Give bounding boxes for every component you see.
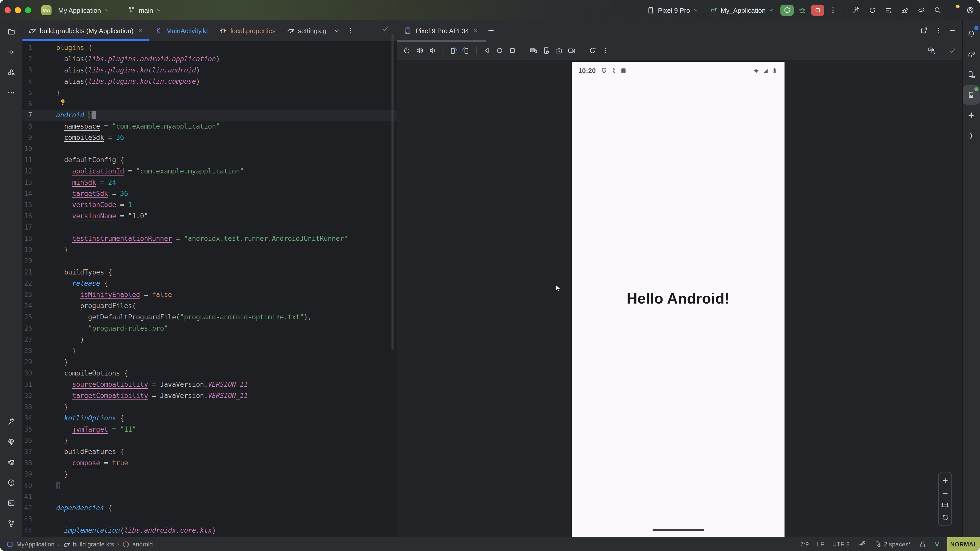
- line-number[interactable]: 36: [22, 435, 54, 446]
- code-line-12[interactable]: 12 applicationId = "com.example.myapplic…: [22, 166, 396, 177]
- chevron-down-icon[interactable]: [332, 26, 342, 35]
- line-number[interactable]: 32: [22, 390, 54, 402]
- tool-logcat[interactable]: [2, 453, 20, 472]
- close-window-button[interactable]: [5, 7, 11, 13]
- zoom-actual-button[interactable]: 1:1: [941, 502, 949, 508]
- code-line-4[interactable]: 4 alias(libs.plugins.kotlin.compose): [22, 76, 396, 87]
- rotate-right-icon[interactable]: [461, 46, 471, 55]
- caret-position-widget[interactable]: 7:9: [800, 540, 809, 548]
- tool-gradle[interactable]: [963, 44, 980, 64]
- hide-icon[interactable]: [948, 26, 957, 35]
- profile-icon[interactable]: [966, 6, 975, 15]
- bulb-icon[interactable]: [59, 98, 66, 106]
- line-number[interactable]: 15: [22, 200, 54, 211]
- line-number[interactable]: 34: [22, 413, 54, 424]
- code-line-36[interactable]: 36 }: [22, 435, 396, 446]
- run-more-button[interactable]: [826, 3, 840, 17]
- debug-button[interactable]: [796, 3, 809, 17]
- vim-mode-badge[interactable]: NORMAL: [947, 537, 980, 551]
- zoom-mode-icon[interactable]: [927, 46, 936, 55]
- code-line-15[interactable]: 15 versionCode = 1: [22, 200, 396, 211]
- tool-notifications[interactable]: [963, 24, 980, 43]
- line-number[interactable]: 14: [22, 188, 54, 200]
- code-line-44[interactable]: 44 implementation(libs.androidx.core.ktx…: [22, 525, 396, 536]
- line-number[interactable]: 10: [22, 143, 54, 155]
- code-line-19[interactable]: 19 }: [22, 245, 396, 256]
- encoding-widget[interactable]: UTF-8: [832, 540, 850, 548]
- code-line-8[interactable]: 8 namespace = "com.example.myapplication…: [22, 121, 396, 132]
- line-number[interactable]: 6: [22, 98, 54, 110]
- power-icon[interactable]: [402, 46, 411, 55]
- more-vert-icon[interactable]: [601, 46, 610, 55]
- open-in-window-icon[interactable]: [919, 26, 928, 35]
- line-number[interactable]: 22: [22, 278, 54, 289]
- home-icon[interactable]: [495, 46, 504, 55]
- code-line-5[interactable]: 5}: [22, 87, 396, 98]
- code-line-34[interactable]: 34 kotlinOptions {: [22, 413, 396, 424]
- tool-running-devices[interactable]: [963, 85, 980, 105]
- line-number[interactable]: 29: [22, 357, 54, 368]
- line-number[interactable]: 39: [22, 469, 54, 480]
- tool-app-insights[interactable]: [2, 432, 20, 451]
- line-separator-widget[interactable]: LF: [817, 540, 824, 548]
- tab-local.properties[interactable]: local.properties: [213, 21, 280, 41]
- code-line-10[interactable]: 10: [22, 143, 396, 155]
- vcs-branch-widget[interactable]: main: [123, 3, 166, 17]
- zoom-fit-icon[interactable]: [942, 514, 948, 521]
- tool-version-control[interactable]: [2, 514, 20, 533]
- back-icon[interactable]: [482, 46, 492, 55]
- hardware-input-icon[interactable]: [529, 46, 538, 55]
- code-line-14[interactable]: 14 targetSdk = 36: [22, 188, 396, 200]
- line-number[interactable]: 42: [22, 503, 54, 514]
- close-icon[interactable]: [137, 27, 144, 34]
- line-number[interactable]: 43: [22, 514, 54, 525]
- line-number[interactable]: 1: [22, 42, 54, 54]
- code-line-2[interactable]: 2 alias(libs.plugins.android.application…: [22, 54, 396, 65]
- line-number[interactable]: 8: [22, 121, 54, 132]
- code-line-28[interactable]: 28 }: [22, 345, 396, 357]
- plus-icon[interactable]: [487, 26, 496, 35]
- line-number[interactable]: 13: [22, 177, 54, 188]
- device-tab[interactable]: Pixel 9 Pro API 34: [397, 21, 484, 41]
- breadcrumb-build.gradle.kts[interactable]: build.gradle.kts: [62, 540, 114, 548]
- code-line-30[interactable]: 30 compileOptions {: [22, 368, 396, 379]
- line-number[interactable]: 16: [22, 211, 54, 222]
- code-line-27[interactable]: 27 ): [22, 334, 396, 345]
- code-line-31[interactable]: 31 sourceCompatibility = JavaVersion.VER…: [22, 379, 396, 390]
- code-line-43[interactable]: 43: [22, 514, 396, 525]
- code-line-22[interactable]: 22 release {: [22, 278, 396, 289]
- line-number[interactable]: 9: [22, 132, 54, 143]
- line-number[interactable]: 18: [22, 233, 54, 245]
- code-line-35[interactable]: 35 jvmTarget = "11": [22, 424, 396, 435]
- code-line-42[interactable]: 42dependencies {: [22, 503, 396, 514]
- code-line-41[interactable]: 41: [22, 491, 396, 503]
- overview-icon[interactable]: [508, 46, 517, 55]
- tab-build.gradle.kts[interactable]: build.gradle.kts (My Application): [22, 21, 149, 41]
- device-settings-icon[interactable]: [542, 46, 551, 55]
- device-selector[interactable]: Pixel 9 Pro: [642, 3, 703, 17]
- volume-down-icon[interactable]: [428, 46, 437, 55]
- check-icon[interactable]: [948, 46, 957, 55]
- zoom-in-icon[interactable]: [942, 477, 948, 484]
- line-number[interactable]: 28: [22, 345, 54, 357]
- line-number[interactable]: 38: [22, 457, 54, 469]
- tool-commit[interactable]: [2, 42, 20, 62]
- rerun-button[interactable]: [780, 5, 794, 16]
- line-number[interactable]: 24: [22, 300, 54, 312]
- search-icon[interactable]: [933, 6, 942, 15]
- line-number[interactable]: 12: [22, 166, 54, 177]
- tool-problems[interactable]: [2, 473, 20, 492]
- run-configuration-selector[interactable]: My_Application: [705, 3, 778, 17]
- line-number[interactable]: 26: [22, 323, 54, 334]
- code-line-38[interactable]: 38 compose = true: [22, 457, 396, 469]
- tool-device-manager[interactable]: [963, 65, 980, 84]
- code-line-6[interactable]: 6: [22, 98, 396, 110]
- more-vert-icon[interactable]: [934, 26, 943, 35]
- snapshot-reset-icon[interactable]: [588, 46, 597, 55]
- code-line-23[interactable]: 23 isMinifyEnabled = false: [22, 289, 396, 300]
- line-number[interactable]: 17: [22, 222, 54, 233]
- code-line-16[interactable]: 16 versionName = "1.0": [22, 211, 396, 222]
- tool-gemini[interactable]: [963, 106, 980, 125]
- code-line-24[interactable]: 24 proguardFiles(: [22, 300, 396, 312]
- tool-more[interactable]: [2, 83, 20, 103]
